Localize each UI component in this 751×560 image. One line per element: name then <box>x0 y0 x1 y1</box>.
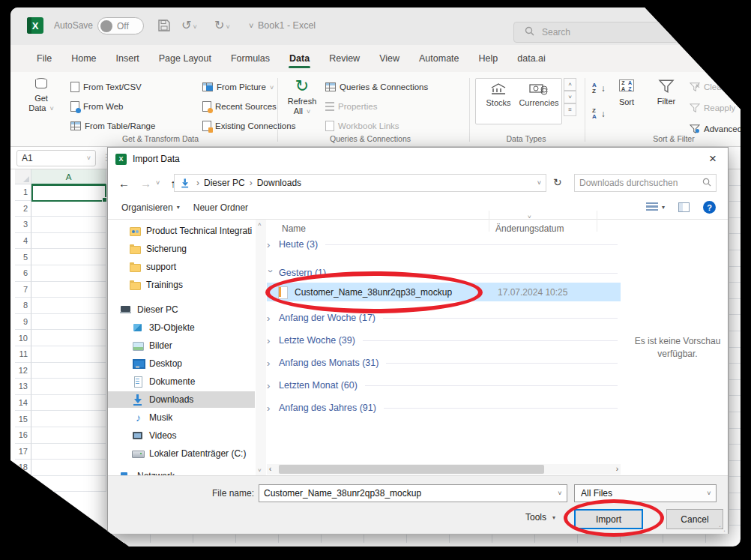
gallery-more-icon[interactable]: ≡ <box>564 103 576 116</box>
breadcrumb-folder[interactable]: Downloads <box>257 178 301 188</box>
cell[interactable] <box>31 444 106 460</box>
back-button[interactable]: ← <box>118 177 130 190</box>
gallery-up-icon[interactable]: ˄ <box>564 78 576 91</box>
horizontal-scrollbar[interactable]: › › <box>267 464 621 475</box>
breadcrumb[interactable]: › Dieser PC › Downloads ˅ <box>174 174 546 192</box>
new-folder-button[interactable]: Neuer Ordner <box>193 202 248 213</box>
file-group-heute[interactable]: › Heute (3) <box>267 236 618 253</box>
scroll-down-icon[interactable]: ˅ <box>258 467 262 474</box>
tab-automate[interactable]: Automate <box>409 47 469 70</box>
excel-app-icon[interactable]: X <box>27 17 43 34</box>
chevron-down-icon[interactable]: ˅ <box>553 490 567 497</box>
file-group-anfang-der-woche[interactable]: › Anfang der Woche (17) <box>267 310 618 326</box>
sidebar-item-product-technical[interactable]: Product Technical Integrati <box>108 223 255 239</box>
queries-connections-button[interactable]: Queries & Connections <box>325 79 428 94</box>
file-group-anfang-des-jahres[interactable]: › Anfang des Jahres (91) <box>267 400 618 416</box>
sheet-row[interactable]: 8 <box>15 298 108 314</box>
column-separator[interactable] <box>597 211 597 232</box>
tab-view[interactable]: View <box>370 47 409 70</box>
import-button[interactable]: Import <box>574 509 643 529</box>
sidebar-item-sicherung[interactable]: Sicherung <box>108 241 255 257</box>
sheet-row[interactable]: 2 <box>15 201 108 217</box>
spreadsheet-grid[interactable]: A 1 2 3 4 5 6 7 8 9 10 11 12 13 14 15 16… <box>15 169 108 514</box>
filter-button[interactable]: Filter <box>649 79 684 106</box>
breadcrumb-root[interactable]: Dieser PC <box>204 178 245 188</box>
tab-home[interactable]: Home <box>61 47 106 70</box>
select-all-corner[interactable] <box>15 169 31 184</box>
cell[interactable] <box>31 476 106 493</box>
sidebar-item-3d-objekte[interactable]: 3D-Objekte <box>108 319 255 336</box>
organize-menu[interactable]: Organisieren▾ <box>121 202 180 213</box>
name-box[interactable]: A1 ˅ <box>16 150 96 166</box>
refresh-icon[interactable]: ↻ <box>553 176 562 188</box>
chevron-down-icon[interactable]: ˅ <box>87 154 91 162</box>
file-group-letzten-monat[interactable]: › Letzten Monat (60) <box>267 377 618 394</box>
file-type-select[interactable]: All Files ˅ <box>574 484 717 502</box>
from-text-csv-button[interactable]: From Text/CSV <box>70 79 142 94</box>
sidebar-item-trainings[interactable]: Trainings <box>108 277 255 293</box>
scroll-up-icon[interactable]: ˄ <box>258 221 262 228</box>
cell[interactable] <box>31 427 106 444</box>
resize-grip-icon[interactable]: ⋱ <box>719 525 726 532</box>
file-group-gestern[interactable]: › Gestern (1) <box>267 265 618 281</box>
sheet-row[interactable]: 3 <box>15 217 108 233</box>
cell[interactable] <box>31 363 106 379</box>
cell[interactable] <box>31 395 106 412</box>
cell[interactable] <box>31 346 106 363</box>
existing-connections-button[interactable]: Existing Connections <box>202 118 295 133</box>
undo-button[interactable]: ↺˅ <box>181 17 197 35</box>
close-icon[interactable]: × <box>698 148 728 170</box>
sidebar-item-dieser-pc[interactable]: Dieser PC <box>108 301 255 318</box>
cell[interactable] <box>31 249 106 265</box>
tab-formulas[interactable]: Formulas <box>221 47 280 70</box>
sheet-row[interactable]: 15 <box>15 411 108 427</box>
sheet-row[interactable]: 17 <box>15 444 108 460</box>
scroll-right-icon[interactable]: › <box>616 465 618 473</box>
sheet-row[interactable]: 14 <box>15 395 108 412</box>
tab-help[interactable]: Help <box>469 47 508 70</box>
sidebar-scrollbar[interactable]: ˄ ˅ <box>256 220 266 475</box>
scrollbar-thumb[interactable] <box>279 465 544 474</box>
sheet-row[interactable]: 7 <box>15 282 108 298</box>
column-separator[interactable] <box>489 211 489 232</box>
cell[interactable] <box>31 460 106 476</box>
from-picture-button[interactable]: From Picture ˅ <box>202 79 274 94</box>
cell[interactable] <box>31 233 106 250</box>
file-name-input[interactable] <box>259 488 553 499</box>
sheet-row[interactable]: 13 <box>15 379 108 395</box>
sheet-row[interactable]: 18 <box>15 460 108 476</box>
cell[interactable] <box>31 265 106 282</box>
sheet-row[interactable]: 10 <box>15 330 108 346</box>
from-table-range-button[interactable]: From Table/Range <box>70 118 155 133</box>
save-icon[interactable] <box>157 19 171 32</box>
sheet-row[interactable]: 6 <box>15 265 108 282</box>
tab-data[interactable]: Data <box>280 47 319 70</box>
view-mode-button[interactable]: ▾ <box>646 202 665 212</box>
refresh-all-button[interactable]: ↻ Refresh All ˅ <box>282 78 322 117</box>
sheet-row[interactable]: 16 <box>15 427 108 444</box>
sidebar-item-dokumente[interactable]: Dokumente <box>108 373 255 390</box>
tab-insert[interactable]: Insert <box>106 47 149 70</box>
tools-menu[interactable]: Tools ▾ <box>525 512 555 523</box>
breadcrumb-dropdown-icon[interactable]: ˅ <box>537 179 541 187</box>
cell[interactable] <box>31 411 106 427</box>
sidebar-item-musik[interactable]: ♪Musik <box>108 409 255 426</box>
cell[interactable] <box>31 379 106 395</box>
cell[interactable] <box>31 330 106 346</box>
sheet-row[interactable]: 9 <box>15 314 108 331</box>
sheet-row[interactable]: 12 <box>15 363 108 379</box>
stocks-button[interactable]: Stocks <box>482 83 515 107</box>
tab-data-ai[interactable]: data.ai <box>507 47 555 70</box>
history-chevron-icon[interactable]: ˅ <box>156 179 160 187</box>
from-web-button[interactable]: From Web <box>70 99 123 114</box>
currencies-button[interactable]: Currencies <box>518 83 560 107</box>
sort-az-button[interactable]: AZ↓ <box>592 81 606 96</box>
cell[interactable] <box>31 282 106 298</box>
dialog-search-input[interactable] <box>575 178 702 188</box>
sidebar-item-videos[interactable]: Videos <box>108 427 255 444</box>
sidebar-item-desktop[interactable]: Desktop <box>108 355 255 372</box>
cell[interactable] <box>31 217 106 233</box>
sheet-row[interactable]: 4 <box>15 233 108 250</box>
column-header-date[interactable]: Änderungsdatum <box>495 223 564 234</box>
sort-za-button[interactable]: ZA↓ <box>592 106 606 121</box>
